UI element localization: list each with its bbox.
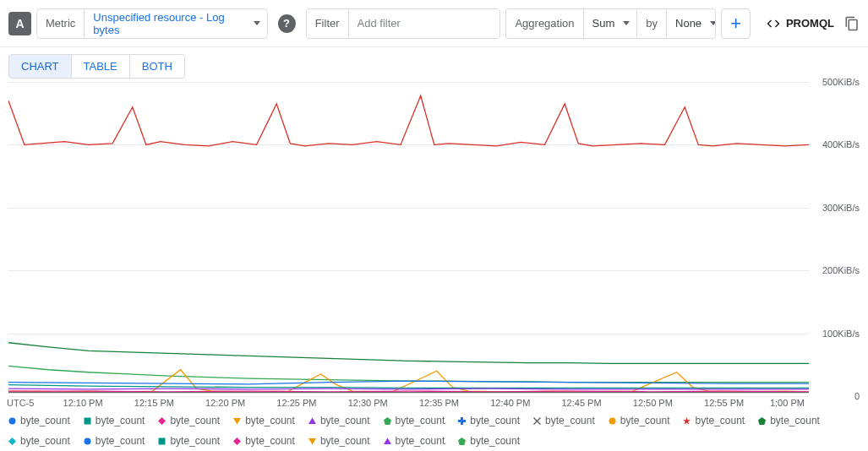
aggregation-value[interactable]: Sum [584,17,637,30]
legend-marker [8,417,16,425]
legend-item[interactable]: byte_count [458,435,520,447]
legend-label: byte_count [770,415,820,427]
legend-item[interactable]: byte_count [458,415,520,427]
legend-marker [233,437,241,445]
legend-item[interactable]: byte_count [308,415,370,427]
series-line [8,389,809,389]
series-line [8,385,809,389]
legend-item[interactable]: byte_count [308,435,370,447]
query-toolbar: A Metric Unspecified resource - Log byte… [0,0,868,47]
series-line [8,95,809,146]
filter-control[interactable]: Filter [306,8,501,39]
legend-marker [384,417,391,425]
aggregation-control[interactable]: Aggregation Sum by None [505,8,716,39]
legend-label: byte_count [470,435,520,447]
y-tick-label: 300KiB/s [822,203,860,213]
tab-chart[interactable]: CHART [8,54,72,79]
legend-marker [458,417,466,425]
chart-plot [8,82,809,396]
x-tick-label: 12:55 PM [704,398,744,408]
legend-item[interactable]: byte_count [8,435,70,447]
svg-marker-8 [758,417,766,425]
legend-marker [458,437,466,445]
chevron-down-icon [254,21,260,25]
legend-item[interactable]: byte_count [158,415,220,427]
svg-marker-15 [458,437,466,445]
legend-label: byte_count [620,415,670,427]
groupby-value[interactable]: None [667,17,716,30]
legend-label: byte_count [170,415,220,427]
legend-label: byte_count [320,415,370,427]
chevron-down-icon [710,21,716,25]
legend-marker [308,417,316,425]
help-icon[interactable]: ? [278,14,296,33]
legend-marker [758,417,766,425]
promql-button[interactable]: PROMQL [761,16,839,31]
legend-item[interactable]: byte_count [84,435,145,447]
series-line [8,391,809,392]
tab-table[interactable]: TABLE [72,54,130,79]
legend-label: byte_count [20,415,70,427]
x-tick-label: 12:10 PM [63,398,103,408]
x-tick-label: 12:20 PM [205,398,245,408]
metric-label: Metric [37,9,85,38]
y-axis: 0100KiB/s200KiB/s300KiB/s400KiB/s500KiB/… [811,82,860,396]
x-tick-label: UTC-5 [7,398,34,408]
legend-label: byte_count [695,415,745,427]
svg-point-0 [9,417,16,424]
legend-item[interactable]: byte_count [384,415,445,427]
legend-marker [158,417,166,425]
svg-marker-2 [158,417,166,425]
svg-marker-12 [233,437,241,445]
metric-selector[interactable]: Metric Unspecified resource - Log bytes [36,8,268,39]
legend-item[interactable]: byte_count [8,415,70,427]
filter-input[interactable] [349,9,500,38]
tab-both[interactable]: BOTH [130,54,185,79]
legend-item[interactable]: byte_count [683,415,745,427]
svg-rect-11 [159,437,166,444]
legend-item[interactable]: byte_count [533,415,595,427]
legend-marker [308,437,316,445]
x-tick-label: 12:45 PM [562,398,602,408]
svg-marker-9 [8,437,16,445]
legend-item[interactable]: byte_count [609,415,670,427]
legend-item[interactable]: byte_count [233,415,295,427]
legend-marker [533,417,541,425]
svg-marker-4 [308,417,316,424]
chevron-down-icon [623,21,630,25]
legend-marker [609,417,616,425]
legend-label: byte_count [96,415,145,427]
x-tick-label: 12:40 PM [490,398,530,408]
x-tick-label: 12:35 PM [419,398,459,408]
legend-item[interactable]: byte_count [158,435,220,447]
legend-label: byte_count [96,435,145,447]
legend-item[interactable]: byte_count [758,415,820,427]
x-tick-label: 1:00 PM [770,398,805,408]
legend-marker [158,437,166,445]
legend-marker [84,417,91,425]
legend-label: byte_count [245,415,295,427]
svg-marker-3 [233,418,241,425]
legend-marker [233,417,241,425]
legend-item[interactable]: byte_count [84,415,145,427]
y-tick-label: 0 [854,391,860,401]
svg-point-6 [609,417,615,424]
legend-item[interactable]: byte_count [384,435,445,447]
svg-marker-14 [384,437,391,444]
legend-item[interactable]: byte_count [233,435,295,447]
view-tabs: CHART TABLE BOTH [0,47,868,79]
svg-marker-5 [384,417,391,425]
legend-marker [84,437,91,445]
code-icon [766,16,781,31]
svg-marker-7 [683,417,691,425]
chart: 0100KiB/s200KiB/s300KiB/s400KiB/s500KiB/… [8,82,860,411]
x-tick-label: 12:15 PM [134,398,174,408]
svg-marker-13 [308,438,316,445]
add-query-button[interactable]: + [721,8,751,39]
legend-marker [8,437,16,445]
copy-icon[interactable] [844,16,860,31]
y-tick-label: 400KiB/s [822,139,860,149]
legend-label: byte_count [396,435,445,447]
metric-value[interactable]: Unspecified resource - Log bytes [85,11,266,36]
groupby-label: by [636,9,667,38]
